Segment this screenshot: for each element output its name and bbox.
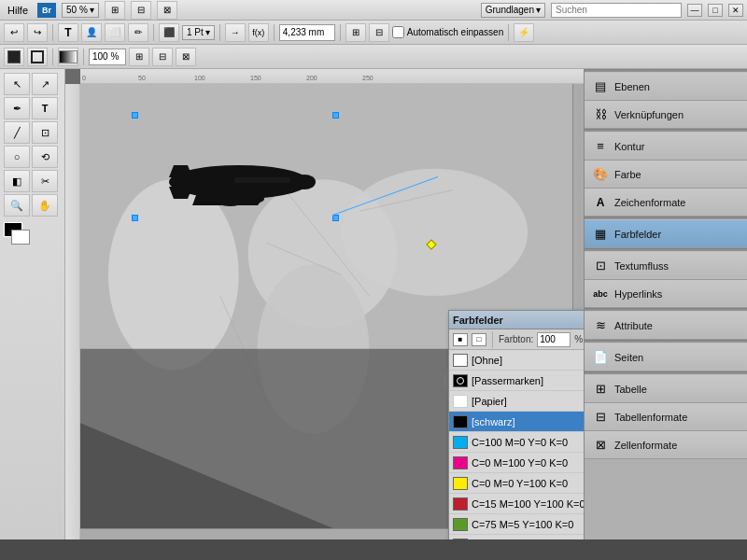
ruler-vertical [65,84,80,539]
panel-textumfluss[interactable]: ⊡ Textumfluss [585,252,747,280]
direct-select-tool[interactable]: ↗ [32,73,58,95]
pen-btn[interactable]: ✏ [128,23,148,42]
swatch-item-ohne[interactable]: [Ohne] ✕ ⊕ [449,350,584,371]
panel-zeichenformate[interactable]: A Zeichenformate [585,189,747,217]
swatch-color-red [453,497,468,511]
rect-frame-tool[interactable]: ⊡ [32,121,58,144]
farbton-input[interactable] [537,332,571,347]
panel-tabellenformate[interactable]: ⊟ Tabellenformate [585,403,747,431]
main-area: ↖ ↗ ✒ T ╱ ⊡ ○ ⟲ ◧ ✂ 🔍 ✋ [0,69,747,539]
panel-zellenformate[interactable]: ⊠ Zellenformate [585,431,747,459]
panel-farbfelder[interactable]: ▦ Farbfelder [585,220,747,248]
stroke-color-btn[interactable] [27,48,48,66]
text-tool[interactable]: T [32,97,58,119]
swatch-item-yellow[interactable]: C=0 M=0 Y=100 K=0 ⊞ ✕ [449,473,584,494]
fg-bg-colors[interactable] [4,222,30,245]
align-center-btn[interactable]: ⊟ [152,48,173,66]
swatch-item-papier[interactable]: [Papier] [449,391,584,412]
select-tool[interactable]: ↖ [4,73,30,95]
canvas-area[interactable]: 0 50 100 150 200 250 [65,69,584,539]
line-tool[interactable]: ╱ [4,121,30,144]
selection-handle-bl[interactable] [132,215,138,221]
pen-tool[interactable]: ✒ [4,97,30,119]
selection-handle-tl[interactable] [132,112,138,119]
swatch-name-schwarz: [schwarz] [472,416,584,427]
transform-btn[interactable]: → [225,23,246,42]
seiten-icon: 📄 [592,349,609,366]
selection-handle-br[interactable] [332,215,339,221]
swatch-item-cyan[interactable]: C=100 M=0 Y=0 K=0 ⊞ ✕ [449,432,584,453]
tabelle-label: Tabelle [614,384,647,395]
swatch-color-magenta [453,456,468,469]
lightning-btn[interactable]: ⚡ [514,23,534,42]
swatch-item-blue[interactable]: C=100 M=90 Y=10 K=0 ⊞ ✕ [449,535,584,539]
panel-ebenen[interactable]: ▤ Ebenen [585,73,747,101]
undo-btn[interactable]: ↩ [4,23,24,42]
opacity-input[interactable] [89,49,126,65]
zoom-dropdown[interactable]: 50 % ▾ [62,3,99,18]
search-input[interactable] [551,3,682,18]
panel-kontur[interactable]: ≡ Kontur [585,133,747,161]
arrange-btn[interactable]: ⊟ [131,1,151,20]
left-tools-panel: ↖ ↗ ✒ T ╱ ⊡ ○ ⟲ ◧ ✂ 🔍 ✋ [0,69,65,539]
tabellenformate-icon: ⊟ [592,409,609,426]
sep-5 [340,24,341,41]
sep-3 [219,24,220,41]
panel-seiten[interactable]: 📄 Seiten [585,343,747,371]
panel-farbe[interactable]: 🎨 Farbe [585,161,747,189]
swatches-titlebar: Farbfelder » ☰ [449,311,584,329]
minimize-button[interactable]: — [687,4,702,17]
panel-hyperlinks[interactable]: abc Hyperlinks [585,280,747,308]
maximize-button[interactable]: □ [708,4,723,17]
workspace-dropdown[interactable]: Grundlagen ▾ [481,3,545,18]
swatch-item-passermarken[interactable]: [Passermarken] ✕ ⊕ [449,371,584,391]
toolbar-1: ↩ ↪ T 👤 ⬜ ✏ ⬛ 1 Pt▾ → f(x) ⊞ ⊟ Automatis… [0,21,747,45]
svg-rect-16 [234,177,290,183]
frame-fit-btn[interactable]: ⊞ [345,23,366,42]
swatch-name-passermarken: [Passermarken] [472,375,584,386]
swatch-item-magenta[interactable]: C=0 M=100 Y=0 K=0 ⊞ ✕ [449,453,584,473]
seiten-label: Seiten [614,352,643,363]
align-left-btn[interactable]: ⊞ [129,48,149,66]
swatch-mode-stroke[interactable]: □ [472,333,486,346]
bridge-icon[interactable]: Br [37,3,56,18]
close-button[interactable]: ✕ [728,4,743,17]
redo-btn[interactable]: ↪ [27,23,48,42]
text-tool-btn[interactable]: T [58,23,78,42]
svg-point-13 [293,175,316,189]
kontur-icon: ≡ [592,138,609,155]
screen-mode-btn[interactable]: ⊠ [157,1,177,20]
view-options-btn[interactable]: ⊞ [105,1,125,20]
swatch-color-papier [453,395,468,408]
swatch-item-red[interactable]: C=15 M=100 Y=100 K=0 ⊞ ✕ [449,494,584,514]
swatch-color-cyan [453,436,468,449]
sep-8 [83,49,84,65]
selection-handle-tr[interactable] [332,112,339,119]
user-btn[interactable]: 👤 [81,23,102,42]
farbfelder-icon: ▦ [592,226,609,243]
ellipse-tool[interactable]: ○ [4,146,30,168]
fx-btn[interactable]: f(x) [248,23,269,42]
panel-tabelle[interactable]: ⊞ Tabelle [585,375,747,403]
zoom-tool[interactable]: 🔍 [4,194,30,217]
gradient-tool[interactable]: ◧ [4,170,30,192]
panel-attribute[interactable]: ≋ Attribute [585,312,747,340]
tool-row-5: ◧ ✂ [4,170,61,192]
align-right-btn[interactable]: ⊠ [176,48,196,66]
hand-tool[interactable]: ✋ [32,194,58,217]
color-swatch[interactable] [58,48,78,66]
auto-fit-checkbox[interactable]: Automatisch einpassen [392,26,503,38]
rect-btn[interactable]: ⬜ [105,23,125,42]
stroke-width-dropdown[interactable]: 1 Pt▾ [182,25,215,40]
scissors-tool[interactable]: ✂ [32,170,58,192]
measurement-input[interactable] [279,24,335,41]
swatch-mode-fill[interactable]: ■ [453,333,468,346]
fill-color-btn[interactable] [4,48,24,66]
menu-hilfe[interactable]: Hilfe [4,5,32,16]
align-btn[interactable]: ⊟ [369,23,389,42]
swatch-item-green[interactable]: C=75 M=5 Y=100 K=0 ⊞ ✕ [449,514,584,535]
panel-verknuepfungen[interactable]: ⛓ Verknüpfungen [585,101,747,129]
transform-tool[interactable]: ⟲ [32,146,58,168]
tool-row-1: ↖ ↗ [4,73,61,95]
swatch-item-schwarz[interactable]: [schwarz] ✏ ⊞ ✕ [449,412,584,432]
